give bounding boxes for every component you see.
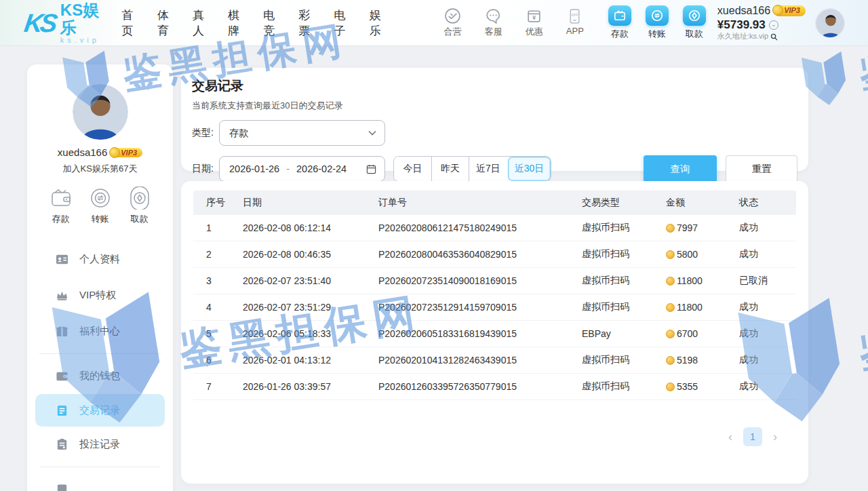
sidebar-item-vip[interactable]: VIP特权 — [27, 277, 173, 313]
join-days-text: 加入KS娱乐第67天 — [27, 163, 173, 175]
cell-date: 2026-02-06 05:18:33 — [243, 328, 378, 339]
cell-status: 成功 — [739, 380, 796, 393]
brand-domain: ks.vip — [60, 36, 102, 44]
balance-expand-icon[interactable]: ⌄ — [769, 20, 778, 30]
withdraw-label: 取款 — [686, 28, 703, 40]
transfer-button[interactable]: 转账 — [644, 5, 671, 40]
col-header-status: 状态 — [739, 197, 796, 209]
permanent-address: 永久地址:ks.vip — [717, 32, 768, 41]
balance-amount: ¥5739.93 — [717, 18, 766, 32]
reset-button[interactable]: 重置 — [726, 155, 797, 182]
coin-icon — [666, 224, 675, 233]
sidebar-wallet-actions: 存款 转账 取款 — [27, 186, 173, 225]
welfare-gift-icon — [56, 325, 68, 338]
cell-type: 虚拟币扫码 — [582, 354, 666, 366]
cell-no: 1 — [193, 222, 243, 233]
cell-amount: 5355 — [677, 381, 698, 392]
prev-page-button[interactable]: ‹ — [728, 431, 732, 443]
sidebar-withdraw-button[interactable]: 取款 — [127, 186, 152, 225]
cell-no: 6 — [193, 355, 243, 366]
filter-panel: 交易记录 当前系统支持查询最近30日的交易记录 类型: 存款 日期: 2026-… — [181, 68, 808, 171]
sidebar-item-label: 福利中心 — [79, 325, 120, 338]
sidebar-username: xuedsa166 — [58, 146, 107, 158]
quick-link-service[interactable]: 客服 — [480, 7, 507, 38]
quick-link-app[interactable]: APP APP — [561, 7, 589, 38]
sidebar-item-transactions[interactable]: 交易记录 — [35, 394, 165, 427]
deposit-label: 存款 — [611, 28, 629, 40]
table-row: 1 2026-02-08 06:12:14 P20260208061214751… — [193, 215, 796, 241]
nav-item-board[interactable]: 棋牌 — [228, 7, 245, 39]
bet-record-icon — [56, 438, 68, 451]
cell-amount: 11800 — [677, 275, 703, 286]
quick-link-label: 合营 — [444, 26, 462, 38]
customer-service-icon — [484, 7, 502, 24]
nav-item-slots[interactable]: 电子 — [334, 7, 351, 39]
withdraw-button[interactable]: 取款 — [681, 5, 708, 40]
search-button[interactable]: 查询 — [644, 155, 717, 182]
promo-icon: ¥ — [525, 7, 543, 24]
cell-order: P2026020605183316819439015 — [378, 328, 582, 339]
cell-no: 4 — [193, 302, 243, 313]
magnifier-icon[interactable] — [770, 33, 778, 41]
deposit-button[interactable]: 存款 — [606, 5, 633, 40]
table-row: 5 2026-02-06 05:18:33 P20260206051833168… — [193, 321, 796, 347]
profile-avatar[interactable] — [73, 84, 128, 140]
sidebar-item-label: 交易记录 — [79, 404, 120, 417]
quick-range-group: 今日 昨天 近7日 近30日 — [393, 156, 551, 182]
brand-logo[interactable]: KS KS娱乐 ks.vip — [24, 1, 102, 43]
cell-no: 7 — [193, 381, 243, 392]
sidebar-item-wallet[interactable]: 我的钱包 — [27, 358, 173, 394]
chevron-down-icon — [368, 130, 376, 136]
quick-link-label: 客服 — [485, 26, 502, 38]
page-number[interactable]: 1 — [743, 427, 762, 446]
app-icon: APP — [566, 7, 584, 24]
nav-item-entertainment[interactable]: 娱乐 — [370, 7, 387, 39]
nav-item-lottery[interactable]: 彩票 — [298, 7, 315, 39]
cell-amount: 5800 — [677, 249, 698, 260]
page-subtitle: 当前系统支持查询最近30日的交易记录 — [192, 100, 797, 112]
range-yesterday-button[interactable]: 昨天 — [431, 157, 469, 181]
range-today-button[interactable]: 今日 — [394, 157, 431, 181]
range-30days-button[interactable]: 近30日 — [507, 157, 551, 181]
sidebar-deposit-label: 存款 — [52, 213, 70, 225]
quick-link-promo[interactable]: ¥ 优惠 — [521, 7, 548, 38]
cell-order: P2026020806121475180249015 — [378, 222, 582, 233]
cell-status: 成功 — [739, 248, 796, 260]
type-select[interactable]: 存款 — [219, 120, 385, 146]
sidebar-transfer-button[interactable]: 转账 — [88, 186, 113, 225]
next-page-button[interactable]: › — [773, 431, 777, 443]
cell-date: 2026-02-08 06:12:14 — [243, 222, 378, 233]
range-7days-button[interactable]: 近7日 — [469, 157, 507, 181]
nav-item-sports[interactable]: 体育 — [157, 7, 174, 39]
nav-item-home[interactable]: 首页 — [122, 7, 139, 39]
table-row: 3 2026-02-07 23:51:40 P20260207235140900… — [193, 268, 796, 294]
col-header-date: 日期 — [243, 197, 378, 209]
transaction-record-icon — [56, 404, 68, 417]
cell-type: 虚拟币扫码 — [582, 222, 666, 234]
nav-item-live[interactable]: 真人 — [193, 7, 210, 39]
date-range-input[interactable]: 2026-01-26 - 2026-02-24 — [219, 156, 385, 182]
avatar[interactable] — [815, 8, 845, 38]
sidebar-item-bets[interactable]: 投注记录 — [27, 427, 173, 463]
col-header-order: 订单号 — [378, 197, 582, 209]
cell-date: 2026-01-26 03:39:57 — [243, 381, 378, 392]
col-header-no: 序号 — [193, 197, 243, 209]
cell-type: 虚拟币扫码 — [582, 248, 666, 260]
sidebar-item-welfare[interactable]: 福利中心 — [27, 313, 173, 349]
nav-item-esports[interactable]: 电竞 — [263, 7, 280, 39]
sidebar-item-profile[interactable]: 个人资料 — [27, 241, 173, 277]
quick-links: 合营 客服 ¥ 优惠 APP APP — [439, 7, 589, 38]
user-block: xuedsa166 VIP3 ¥5739.93 ⌄ 永久地址:ks.vip — [717, 4, 806, 41]
main-nav: 首页 体育 真人 棋牌 电竞 彩票 电子 娱乐 — [122, 7, 387, 39]
cell-date: 2026-02-08 00:46:35 — [243, 249, 378, 260]
sidebar-item-label: VIP特权 — [79, 289, 116, 302]
quick-link-label: APP — [566, 26, 584, 36]
sidebar-deposit-button[interactable]: 存款 — [49, 186, 73, 225]
records-panel: 序号 日期 订单号 交易类型 金额 状态 1 2026-02-08 06:12:… — [181, 181, 808, 484]
quick-link-partner[interactable]: 合营 — [439, 7, 467, 38]
sidebar-item-partial[interactable] — [27, 471, 173, 491]
transfer-icon — [88, 186, 113, 210]
withdraw-icon — [127, 186, 152, 210]
coin-icon — [666, 303, 675, 312]
page-title: 交易记录 — [192, 77, 797, 95]
